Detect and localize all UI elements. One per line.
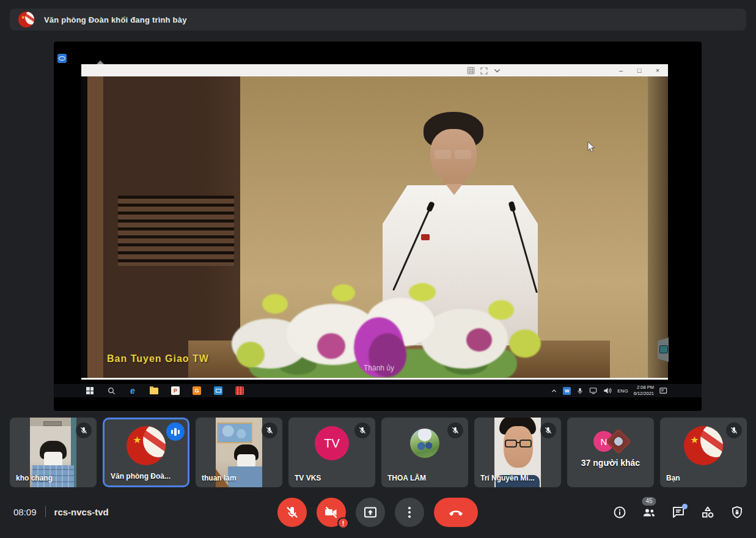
- participant-name: Trí Nguyễn Mi...: [480, 474, 535, 482]
- search-icon: [107, 386, 116, 395]
- powerpoint-icon: P: [171, 386, 180, 395]
- window-restore-button: □: [630, 64, 648, 76]
- activities-shapes-icon: [700, 505, 715, 520]
- mouse-cursor: [587, 141, 595, 153]
- tray-clock: 2:08 PM 6/12/2021: [634, 385, 654, 397]
- shared-window-titlebar: – □ ×: [81, 64, 668, 76]
- shield-lock-icon: [730, 505, 744, 520]
- participant-tile-tri-nguyen[interactable]: Trí Nguyễn Mi...: [474, 418, 561, 487]
- fullscreen-icon: [480, 67, 488, 75]
- participant-tile-van-phong-doan[interactable]: Văn phòng Đoà...: [103, 418, 189, 487]
- screen-share-stage: – □ ×: [54, 42, 702, 411]
- participant-name: Văn phòng Đoà...: [111, 472, 171, 481]
- present-button[interactable]: [356, 498, 385, 527]
- meeting-code: rcs-nvcs-tvd: [54, 507, 109, 517]
- participant-tile-thuan-lam[interactable]: thuan lam: [196, 418, 282, 487]
- tray-language-label: ENG: [617, 388, 628, 394]
- windows-taskbar: e P G W ENG 2:08 PM 6/12/2021: [54, 384, 702, 397]
- clock: 08:09: [13, 507, 37, 517]
- activities-button[interactable]: [700, 505, 715, 520]
- participant-name: Bạn: [666, 474, 680, 482]
- presenting-banner-text: Văn phòng Đoàn khối đang trình bày: [44, 15, 187, 24]
- chevron-down-icon: [493, 66, 502, 75]
- overflow-avatars: N: [567, 431, 654, 452]
- window-minimize-button: –: [612, 64, 630, 76]
- video-caption: Ban Tuyen Giao TW: [107, 353, 209, 364]
- edge-browser-icon: e: [128, 386, 137, 395]
- host-controls-button[interactable]: [730, 505, 744, 520]
- grid-view-icon: [466, 66, 475, 75]
- mail-app-icon: [214, 386, 222, 395]
- divider: [45, 506, 46, 517]
- coccoc-browser-icon: G: [193, 386, 201, 395]
- camera-toggle-button[interactable]: !: [317, 498, 346, 527]
- people-icon: [642, 505, 656, 520]
- tray-date: 6/12/2021: [634, 391, 654, 397]
- participant-name: kho chang: [16, 474, 53, 482]
- meeting-details-button[interactable]: [612, 505, 627, 520]
- red-app-icon: [235, 386, 244, 395]
- participant-strip: kho chang Văn phòng Đoà... thuan lam TV: [10, 418, 747, 487]
- window-close-button: ×: [648, 64, 667, 76]
- chat-unread-dot: [682, 504, 688, 509]
- present-icon: [363, 505, 378, 520]
- mic-muted-icon: [354, 422, 370, 438]
- presenter-logo-avatar: [18, 12, 34, 28]
- speaker-video-feed: Ban Tuyen Giao TW Thành ủy: [81, 76, 668, 378]
- info-icon: [612, 505, 627, 520]
- tray-microphone-icon: [576, 387, 584, 395]
- participant-initials-avatar: TV: [315, 426, 349, 460]
- presenting-banner: Văn phòng Đoàn khối đang trình bày: [10, 9, 746, 31]
- participant-name: 37 người khác: [567, 458, 654, 468]
- more-options-button[interactable]: [395, 498, 424, 527]
- chat-button[interactable]: [671, 505, 686, 520]
- mic-muted-icon: [540, 422, 556, 438]
- end-call-icon: [448, 504, 464, 520]
- more-vertical-icon: [402, 505, 417, 520]
- end-call-button[interactable]: [434, 498, 478, 527]
- participant-tile-you[interactable]: Bạn: [660, 418, 747, 487]
- participant-name: TV VKS: [295, 474, 321, 482]
- participant-tile-thoa-lam[interactable]: THOA LÂM: [381, 418, 468, 487]
- teamviewer-icon: [57, 54, 67, 63]
- participants-button[interactable]: 45: [642, 505, 656, 520]
- mic-muted-icon: [262, 422, 277, 438]
- camera-alert-badge: !: [337, 517, 349, 529]
- participant-tile-tv-vks[interactable]: TV TV VKS: [288, 418, 375, 487]
- video-watermark: Thành ủy: [364, 364, 394, 372]
- participant-avatar: [684, 426, 723, 465]
- mic-muted-icon: [726, 422, 742, 438]
- participant-count-badge: 45: [642, 497, 656, 506]
- participant-tile-others[interactable]: N 37 người khác: [567, 418, 654, 487]
- teamviewer-panel-tab: [658, 337, 669, 362]
- meeting-info: 08:09 rcs-nvcs-tvd: [13, 506, 109, 517]
- tray-word-icon: W: [563, 387, 571, 395]
- file-explorer-icon: [150, 386, 158, 395]
- speaking-indicator-icon: [166, 422, 185, 441]
- tray-network-icon: [589, 387, 598, 394]
- start-button-icon: [86, 386, 94, 395]
- flower-arrangement: [227, 277, 535, 378]
- mic-muted-icon: [447, 422, 463, 438]
- meeting-panels: 45: [612, 505, 744, 520]
- tray-chevron-up-icon: [551, 388, 557, 394]
- tray-time: 2:08 PM: [637, 385, 654, 391]
- tray-speaker-icon: [603, 387, 612, 394]
- shared-app-window: – □ ×: [81, 64, 668, 380]
- participant-photo-avatar: [410, 429, 439, 458]
- participant-name: THOA LÂM: [387, 474, 426, 482]
- call-controls: !: [277, 498, 478, 527]
- participant-name: thuan lam: [202, 474, 237, 482]
- participant-avatar: [127, 426, 166, 465]
- mic-muted-icon: [76, 422, 92, 438]
- tray-notification-icon: [659, 387, 667, 394]
- participant-tile-kho-chang[interactable]: kho chang: [10, 418, 97, 487]
- mic-off-icon: [285, 505, 299, 520]
- camera-off-icon: [324, 505, 339, 520]
- meet-app: Văn phòng Đoàn khối đang trình bày – □ ×: [0, 0, 756, 538]
- mic-toggle-button[interactable]: [277, 498, 307, 527]
